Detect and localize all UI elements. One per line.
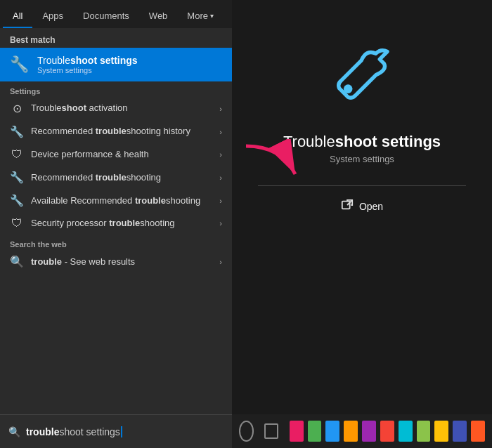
arrow-indicator	[239, 139, 323, 198]
menu-item-text: Troubleshoot activation	[31, 102, 212, 114]
circle-icon: ⊙	[10, 102, 24, 115]
tab-documents[interactable]: Documents	[73, 5, 139, 28]
tab-all[interactable]: All	[3, 5, 32, 28]
wrench-icon: 🔧	[10, 55, 29, 74]
menu-item-available-troubleshoot[interactable]: 🔧 Available Recommended troubleshooting …	[0, 189, 232, 212]
taskbar-color-5[interactable]	[362, 421, 376, 442]
text-cursor	[121, 426, 122, 437]
shield-icon2: 🛡	[10, 217, 24, 230]
wrench-icon-sm3: 🔧	[10, 194, 24, 207]
taskbar-search-icon[interactable]	[239, 421, 254, 442]
chevron-right-icon: ›	[219, 105, 222, 113]
tab-web[interactable]: Web	[139, 5, 178, 28]
taskbar-color-2[interactable]	[308, 421, 322, 442]
menu-item-text: Security processor troubleshooting	[31, 217, 212, 230]
chevron-right-icon: ›	[219, 197, 222, 205]
right-panel-subtitle: System settings	[330, 154, 394, 164]
search-icon: 🔍	[10, 255, 24, 268]
menu-content: Best match 🔧 Troubleshoot settings Syste…	[0, 28, 232, 414]
settings-section-label: Settings	[0, 81, 232, 97]
wrench-icon-sm: 🔧	[10, 125, 24, 138]
menu-item-text: Recommended troubleshooting history	[31, 125, 212, 138]
taskbar-color-1[interactable]	[290, 421, 304, 442]
web-search-text: trouble - See web results	[31, 256, 212, 268]
menu-item-security-processor[interactable]: 🛡 Security processor troubleshooting ›	[0, 212, 232, 235]
chevron-right-icon: ›	[219, 150, 222, 159]
start-menu-panel: All Apps Documents Web More ▾ 👤 Best mat…	[0, 0, 232, 414]
best-match-label: Best match	[0, 28, 232, 48]
taskbar-multitask-icon[interactable]	[264, 423, 278, 439]
menu-item-text: Available Recommended troubleshooting	[31, 195, 212, 207]
svg-rect-1	[342, 202, 350, 209]
chevron-right-icon: ›	[219, 258, 222, 266]
svg-point-0	[344, 84, 353, 93]
taskbar-color-10[interactable]	[453, 421, 467, 442]
menu-item-troubleshoot-activation[interactable]: ⊙ Troubleshoot activation ›	[0, 97, 232, 120]
menu-item-troubleshoot-history[interactable]: 🔧 Recommended troubleshooting history ›	[0, 120, 232, 143]
best-match-title: Troubleshoot settings	[37, 55, 138, 66]
taskbar-color-7[interactable]	[399, 421, 413, 442]
right-panel-icon	[330, 42, 394, 119]
chevron-right-icon: ›	[219, 128, 222, 136]
menu-item-web-search[interactable]: 🔍 trouble - See web results ›	[0, 250, 232, 273]
taskbar-color-8[interactable]	[417, 421, 431, 442]
best-match-subtitle: System settings	[37, 66, 138, 74]
web-section-label: Search the web	[0, 235, 232, 250]
tab-more[interactable]: More ▾	[177, 5, 224, 28]
search-bar-text: troubleshoot settings	[26, 426, 120, 437]
menu-item-recommended-troubleshoot[interactable]: 🔧 Recommended troubleshooting ›	[0, 166, 232, 189]
taskbar-color-3[interactable]	[325, 421, 339, 442]
right-panel: Troubleshoot settings System settings Op…	[232, 0, 492, 414]
best-match-text: Troubleshoot settings System settings	[37, 55, 138, 74]
chevron-right-icon: ›	[219, 173, 222, 182]
taskbar	[232, 414, 492, 448]
open-button-row[interactable]: Open	[341, 199, 383, 214]
chevron-right-icon: ›	[219, 219, 222, 228]
tab-bar: All Apps Documents Web More ▾ 👤	[0, 0, 232, 28]
chevron-down-icon: ▾	[210, 12, 214, 20]
taskbar-color-9[interactable]	[434, 421, 448, 442]
search-bar-icon: 🔍	[8, 426, 20, 437]
tab-apps[interactable]: Apps	[32, 5, 73, 28]
best-match-item[interactable]: 🔧 Troubleshoot settings System settings	[0, 48, 232, 81]
search-bar[interactable]: 🔍 troubleshoot settings	[0, 414, 232, 448]
menu-item-text: Device performance & health	[31, 148, 212, 161]
taskbar-color-4[interactable]	[344, 421, 358, 442]
external-link-icon	[341, 199, 354, 214]
menu-item-device-performance[interactable]: 🛡 Device performance & health ›	[0, 143, 232, 166]
menu-item-text: Recommended troubleshooting	[31, 171, 212, 184]
open-label: Open	[359, 201, 383, 212]
taskbar-color-11[interactable]	[471, 421, 485, 442]
shield-icon: 🛡	[10, 148, 24, 161]
wrench-icon-sm2: 🔧	[10, 171, 24, 184]
taskbar-color-6[interactable]	[380, 421, 394, 442]
